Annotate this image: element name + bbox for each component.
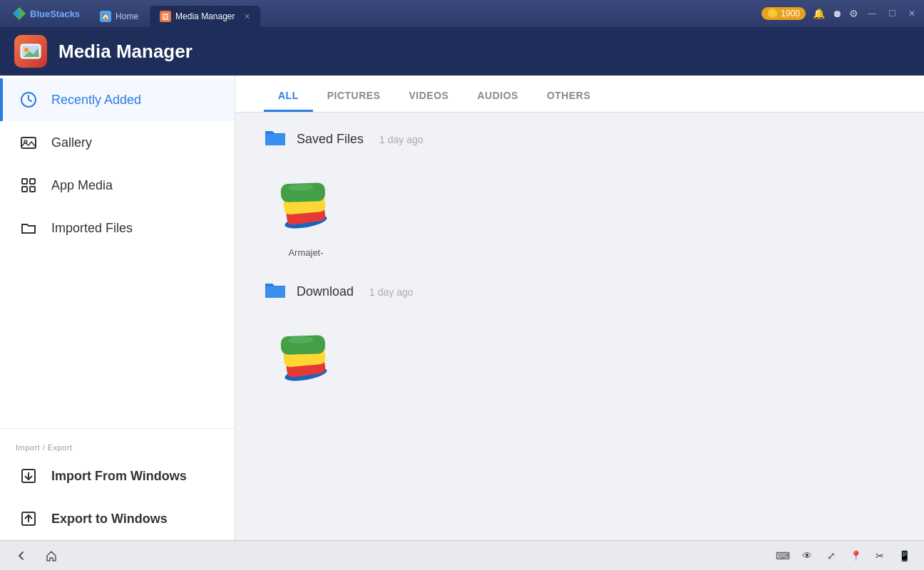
settings-icon[interactable]: ⚙ [849, 8, 858, 19]
back-btn[interactable] [10, 544, 33, 567]
tab-close-icon[interactable]: ✕ [244, 12, 250, 21]
app-thumb-download-app[interactable] [267, 316, 345, 400]
minimize-btn[interactable]: — [866, 7, 878, 20]
notification-icon[interactable]: 🔔 [813, 8, 825, 19]
app-thumb-armajet-img [267, 163, 345, 242]
svg-rect-10 [30, 179, 35, 184]
folder-row-download[interactable]: Download 1 day ago [264, 279, 895, 304]
folder-saved-files-time: 1 day ago [379, 134, 423, 145]
tab-media-manager[interactable]: 🖼 Media Manager ✕ [150, 6, 260, 27]
sidebar-import-label: Import From Windows [51, 469, 187, 484]
sidebar-item-app-media[interactable]: App Media [0, 164, 235, 207]
export-icon [19, 510, 38, 527]
bluestacks-logo-icon [13, 7, 26, 20]
sidebar-item-gallery[interactable]: Gallery [0, 121, 235, 164]
app-thumb-download-img [267, 316, 345, 394]
scissors-icon[interactable]: ✂ [870, 546, 890, 566]
keyboard-icon[interactable]: ⌨ [773, 546, 793, 566]
folder-download-icon [264, 279, 287, 304]
sidebar-gallery-label: Gallery [51, 135, 92, 150]
titlebar-right: 🪙 1900 🔔 ⏺ ⚙ — ☐ ✕ [761, 7, 918, 20]
main-layout: Recently Added Gallery [0, 76, 924, 540]
folder-saved-files-icon [264, 127, 287, 152]
sidebar-item-recently-added[interactable]: Recently Added [0, 78, 235, 121]
svg-rect-9 [22, 179, 27, 184]
app-header: Media Manager [0, 27, 924, 76]
sidebar-item-imported-files[interactable]: Imported Files [0, 207, 235, 249]
app-header-icon [14, 35, 47, 68]
gallery-icon [19, 134, 38, 151]
svg-rect-12 [30, 187, 35, 192]
taskbar-right-icons: ⌨ 👁 ⤢ 📍 ✂ 📱 [773, 546, 914, 566]
folder-download-time: 1 day ago [369, 286, 414, 298]
sidebar-imported-files-label: Imported Files [51, 221, 133, 236]
app-thumb-armajet-label: Armajet- [288, 247, 323, 258]
import-icon [19, 467, 38, 484]
sidebar-item-import[interactable]: Import From Windows [0, 455, 235, 497]
svg-rect-11 [22, 187, 27, 192]
sidebar-export-label: Export to Windows [51, 512, 168, 527]
taskbar: ⌨ 👁 ⤢ 📍 ✂ 📱 [0, 540, 924, 570]
coin-badge: 🪙 1900 [761, 7, 806, 20]
folder-row-saved-files[interactable]: Saved Files 1 day ago [264, 127, 895, 152]
titlebar-tabs: 🏠 Home 🖼 Media Manager ✕ [90, 0, 260, 27]
sidebar-item-export[interactable]: Export to Windows [0, 497, 235, 540]
sidebar-divider [0, 428, 235, 429]
tab-pictures[interactable]: PICTURES [313, 90, 395, 112]
folder-saved-files-name: Saved Files [297, 132, 364, 147]
content-area: ALL PICTURES VIDEOS AUDIOS OTHERS Saved … [235, 76, 924, 540]
brand-area: BlueStacks [6, 7, 87, 20]
tab-all[interactable]: ALL [264, 90, 313, 112]
app-header-title: Media Manager [58, 41, 192, 63]
folder-icon [19, 219, 38, 237]
location-icon[interactable]: 📍 [846, 546, 866, 566]
sidebar: Recently Added Gallery [0, 76, 235, 540]
tab-home[interactable]: 🏠 Home [90, 6, 148, 27]
thumb-grid-download [267, 316, 895, 400]
grid-icon [19, 177, 38, 194]
tab-others[interactable]: OTHERS [533, 90, 605, 112]
app-thumb-armajet[interactable]: Armajet- [267, 163, 345, 258]
content-tabs: ALL PICTURES VIDEOS AUDIOS OTHERS [235, 76, 924, 113]
recording-icon[interactable]: ⏺ [832, 8, 842, 19]
tab-videos[interactable]: VIDEOS [395, 90, 463, 112]
svg-rect-7 [21, 138, 36, 148]
svg-point-4 [24, 48, 29, 52]
close-btn[interactable]: ✕ [905, 7, 918, 20]
bluestacks-app-icon [274, 170, 338, 234]
eye-icon[interactable]: 👁 [797, 546, 817, 566]
titlebar: BlueStacks 🏠 Home 🖼 Media Manager ✕ 🪙 19… [0, 0, 924, 27]
folder-download-name: Download [297, 284, 354, 299]
sidebar-app-media-label: App Media [51, 178, 113, 193]
thumb-grid-saved-files: Armajet- [267, 163, 895, 258]
file-list: Saved Files 1 day ago [235, 113, 924, 540]
restore-btn[interactable]: ☐ [885, 7, 898, 20]
bluestacks-app-icon-2 [274, 323, 338, 387]
mobile-icon[interactable]: 📱 [894, 546, 914, 566]
sidebar-recently-added-label: Recently Added [51, 93, 141, 108]
media-manager-icon [19, 40, 42, 63]
clock-icon [19, 91, 38, 108]
fullscreen-icon[interactable]: ⤢ [821, 546, 841, 566]
tab-audios[interactable]: AUDIOS [463, 90, 532, 112]
home-btn[interactable] [40, 544, 63, 567]
import-export-label: Import / Export [0, 435, 235, 455]
brand-name: BlueStacks [30, 9, 80, 19]
